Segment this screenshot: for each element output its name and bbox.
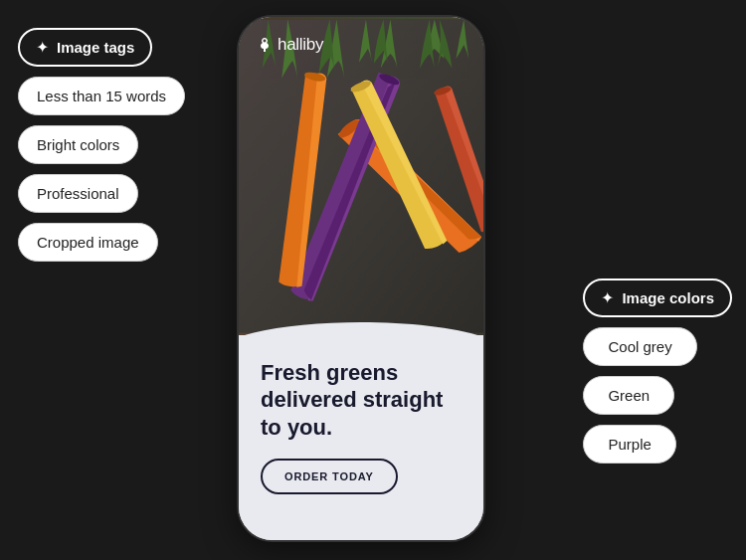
tag-cropped-image[interactable]: Cropped image: [18, 223, 158, 262]
phone-content: Fresh greens delivered straight to you. …: [239, 325, 483, 540]
logo-icon: [257, 37, 273, 53]
phone-headline: Fresh greens delivered straight to you.: [261, 359, 462, 442]
image-colors-title: Image colors: [622, 289, 714, 306]
tag-less-than-15-words[interactable]: Less than 15 words: [18, 77, 185, 115]
image-colors-panel: ✦ Image colors Cool grey Green Purple: [583, 279, 732, 464]
color-green[interactable]: Green: [583, 376, 674, 415]
logo-text: halliby: [278, 35, 323, 55]
color-cool-grey[interactable]: Cool grey: [583, 327, 696, 366]
color-purple[interactable]: Purple: [583, 425, 675, 464]
image-tags-title: Image tags: [57, 39, 134, 56]
wave-divider: [239, 307, 483, 337]
order-today-button[interactable]: ORDER TODAY: [261, 459, 398, 494]
image-colors-header: ✦ Image colors: [583, 279, 732, 317]
tag-professional[interactable]: Professional: [18, 174, 138, 213]
sparkle-icon: ✦: [36, 38, 49, 57]
tag-bright-colors[interactable]: Bright colors: [18, 125, 138, 164]
phone-mockup: halliby Fresh greens delivered straight …: [237, 15, 485, 542]
image-tags-panel: ✦ Image tags Less than 15 words Bright c…: [18, 28, 185, 262]
phone-logo: halliby: [257, 35, 323, 55]
carrot-illustration: [239, 17, 483, 335]
sparkle-icon-colors: ✦: [601, 288, 614, 307]
image-tags-header: ✦ Image tags: [18, 28, 152, 67]
carrot-background: halliby: [239, 17, 483, 335]
phone-image-area: halliby: [239, 17, 483, 335]
